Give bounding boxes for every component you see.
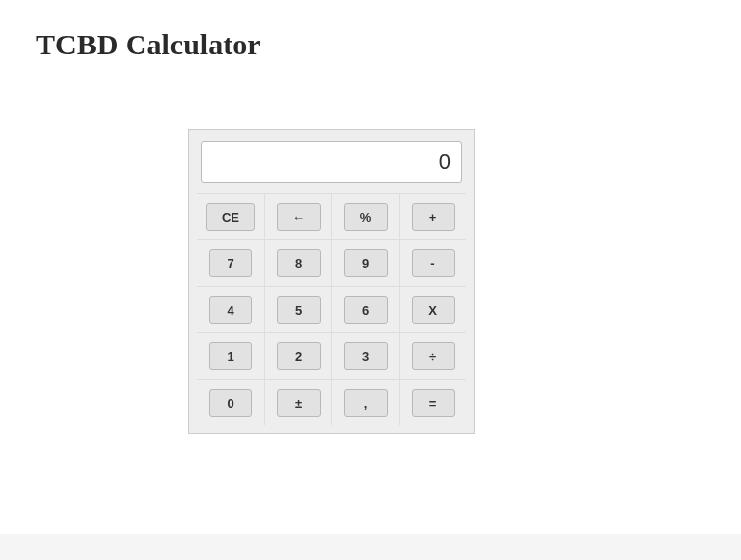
- cell: =: [399, 379, 466, 425]
- cell: 3: [331, 332, 399, 379]
- digit-1-button[interactable]: 1: [209, 342, 252, 370]
- backspace-button[interactable]: ←: [277, 203, 321, 231]
- digit-3-button[interactable]: 3: [344, 342, 388, 370]
- digit-2-button[interactable]: 2: [277, 342, 321, 370]
- digit-6-button[interactable]: 6: [344, 296, 388, 324]
- decimal-button[interactable]: ,: [344, 389, 388, 417]
- cell: +: [399, 193, 466, 239]
- clear-entry-button[interactable]: CE: [206, 203, 255, 231]
- cell: ←: [264, 193, 331, 239]
- cell: 0: [197, 379, 264, 425]
- divide-button[interactable]: ÷: [412, 342, 455, 370]
- page-title: TCBD Calculator: [0, 0, 741, 61]
- digit-7-button[interactable]: 7: [209, 249, 252, 277]
- digit-8-button[interactable]: 8: [277, 249, 321, 277]
- equals-button[interactable]: =: [412, 389, 455, 417]
- digit-0-button[interactable]: 0: [209, 389, 252, 417]
- digit-9-button[interactable]: 9: [344, 249, 388, 277]
- cell: %: [331, 193, 399, 239]
- cell: 2: [264, 332, 331, 379]
- digit-4-button[interactable]: 4: [209, 296, 252, 324]
- footer-bar: [0, 534, 741, 560]
- button-grid: CE ← % + 7 8 9 - 4 5 6: [197, 193, 466, 425]
- plus-minus-button[interactable]: ±: [277, 389, 321, 417]
- cell: 6: [331, 286, 399, 332]
- display-row: [197, 138, 466, 193]
- percent-button[interactable]: %: [344, 203, 388, 231]
- plus-button[interactable]: +: [412, 203, 455, 231]
- multiply-button[interactable]: X: [412, 296, 455, 324]
- cell: 7: [197, 239, 264, 286]
- cell: ±: [264, 379, 331, 425]
- cell: ÷: [399, 332, 466, 379]
- cell: ,: [331, 379, 399, 425]
- cell: 5: [264, 286, 331, 332]
- cell: CE: [197, 193, 264, 239]
- cell: -: [399, 239, 466, 286]
- cell: 4: [197, 286, 264, 332]
- calculator-container: CE ← % + 7 8 9 - 4 5 6: [188, 129, 475, 434]
- minus-button[interactable]: -: [412, 249, 455, 277]
- calculator-display[interactable]: [201, 141, 462, 183]
- cell: 8: [264, 239, 331, 286]
- digit-5-button[interactable]: 5: [277, 296, 321, 324]
- cell: X: [399, 286, 466, 332]
- cell: 1: [197, 332, 264, 379]
- cell: 9: [331, 239, 399, 286]
